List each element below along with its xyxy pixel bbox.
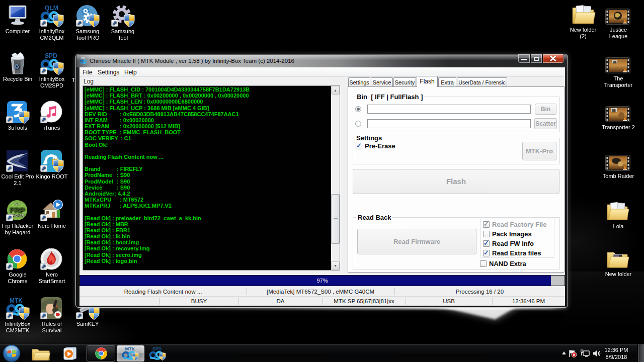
svg-text:MTK: MTK xyxy=(125,346,135,351)
svg-text:MTK: MTK xyxy=(10,297,23,304)
svg-text:20: 20 xyxy=(613,60,616,63)
svg-text:20: 20 xyxy=(612,109,616,112)
svg-text:MTK: MTK xyxy=(81,57,85,59)
svg-text:SPD: SPD xyxy=(152,346,162,351)
svg-text:FRP: FRP xyxy=(10,206,25,214)
svg-text:V1.0: V1.0 xyxy=(14,202,20,205)
svg-text:QLM: QLM xyxy=(45,5,58,12)
svg-text:SPD: SPD xyxy=(45,52,57,59)
svg-text:♻: ♻ xyxy=(14,63,20,70)
